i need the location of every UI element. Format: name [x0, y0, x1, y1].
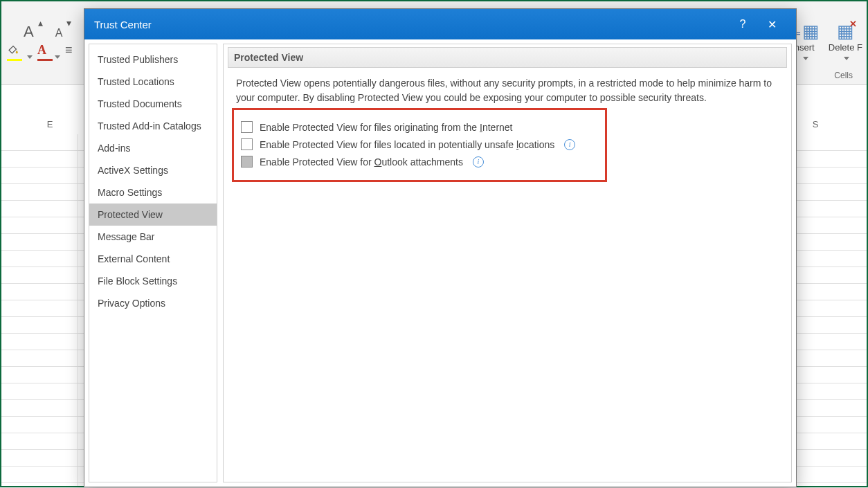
- close-icon: ✕: [768, 18, 777, 31]
- insert-cells-icon: ▦: [802, 21, 820, 42]
- delete-dropdown-icon[interactable]: [844, 57, 849, 60]
- nav-item-trusted-locations[interactable]: Trusted Locations: [89, 71, 217, 93]
- fill-dropdown-icon[interactable]: [27, 55, 33, 59]
- nav-item-message-bar[interactable]: Message Bar: [89, 226, 217, 248]
- option-label-2: Enable Protected View for Outlook attach…: [260, 156, 463, 168]
- dialog-titlebar: Trust Center ? ✕: [84, 9, 796, 39]
- paint-bucket-icon: [7, 43, 19, 55]
- delete-x-icon: ✕: [849, 19, 857, 29]
- close-button[interactable]: ✕: [757, 9, 786, 39]
- nav-item-file-block-settings[interactable]: File Block Settings: [89, 270, 217, 292]
- protected-view-option-0: Enable Protected View for files originat…: [241, 121, 598, 133]
- font-color-button[interactable]: A: [37, 43, 53, 61]
- option-label-1: Enable Protected View for files located …: [260, 139, 554, 150]
- protected-view-option-1: Enable Protected View for files located …: [241, 138, 598, 150]
- delete-label: Delete F: [829, 42, 862, 53]
- font-color-dropdown-icon[interactable]: [55, 55, 60, 59]
- nav-item-macro-settings[interactable]: Macro Settings: [89, 181, 217, 204]
- nav-item-privacy-options[interactable]: Privacy Options: [89, 292, 217, 314]
- options-callout: Enable Protected View for files originat…: [232, 108, 607, 182]
- nav-item-trusted-publishers[interactable]: Trusted Publishers: [89, 48, 217, 71]
- fill-color-button[interactable]: [7, 43, 22, 61]
- option-label-0: Enable Protected View for files originat…: [260, 122, 513, 133]
- column-header-e[interactable]: E: [8, 119, 91, 134]
- nav-item-protected-view[interactable]: Protected View: [89, 204, 217, 226]
- info-icon[interactable]: i: [473, 156, 484, 168]
- font-color-a-icon: A: [37, 43, 46, 57]
- fill-swatch: [7, 59, 22, 61]
- grow-shrink-font[interactable]: A▴ A▾: [24, 22, 75, 41]
- insert-dropdown-icon[interactable]: [803, 57, 808, 60]
- delete-cells-button[interactable]: ▦ ✕ Delete F: [829, 21, 862, 63]
- nav-item-add-ins[interactable]: Add-ins: [89, 137, 217, 159]
- font-color-swatch: [37, 59, 53, 61]
- nav-item-trusted-documents[interactable]: Trusted Documents: [89, 93, 217, 115]
- trust-center-dialog: Trust Center ? ✕ Trusted PublishersTrust…: [84, 8, 797, 487]
- align-icon[interactable]: ≡: [65, 43, 73, 57]
- protected-view-option-2: Enable Protected View for Outlook attach…: [241, 156, 598, 168]
- dialog-title: Trust Center: [94, 19, 152, 30]
- help-button[interactable]: ?: [728, 9, 757, 39]
- section-header: Protected View: [228, 47, 787, 68]
- nav-item-trusted-add-in-catalogs[interactable]: Trusted Add-in Catalogs: [89, 115, 217, 137]
- option-checkbox-1[interactable]: [241, 138, 253, 150]
- option-checkbox-0[interactable]: [241, 121, 253, 133]
- nav-item-external-content[interactable]: External Content: [89, 248, 217, 270]
- nav-item-activex-settings[interactable]: ActiveX Settings: [89, 159, 217, 181]
- cells-group-label: Cells: [834, 71, 853, 80]
- trust-center-nav: Trusted PublishersTrusted LocationsTrust…: [89, 44, 217, 482]
- section-description: Protected View opens potentially dangero…: [236, 76, 784, 105]
- info-icon[interactable]: i: [564, 139, 575, 150]
- app-window: A▴ A▾ A ≡ ⇐ ▦ nsert ▦ ✕: [0, 0, 868, 487]
- option-checkbox-2[interactable]: [241, 156, 253, 168]
- protected-view-pane: Protected View Protected View opens pote…: [223, 44, 792, 482]
